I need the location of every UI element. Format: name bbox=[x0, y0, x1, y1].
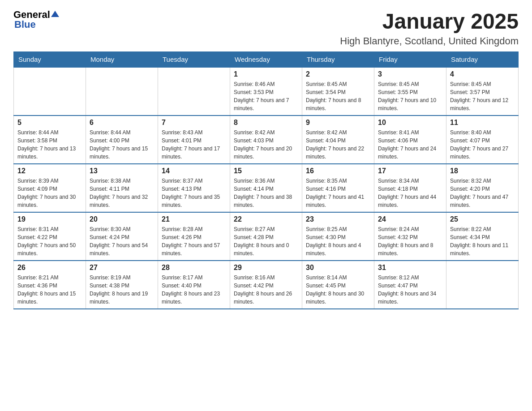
svg-marker-0 bbox=[51, 11, 59, 17]
logo-triangle-icon bbox=[51, 10, 59, 18]
day-info: Sunrise: 8:44 AMSunset: 3:58 PMDaylight:… bbox=[17, 128, 82, 161]
day-number: 30 bbox=[306, 264, 370, 272]
calendar-cell: 20Sunrise: 8:30 AMSunset: 4:24 PMDayligh… bbox=[86, 212, 158, 261]
day-number: 10 bbox=[378, 119, 442, 127]
day-info: Sunrise: 8:14 AMSunset: 4:45 PMDaylight:… bbox=[306, 274, 370, 306]
page-header: General Blue January 2025 High Blantyre,… bbox=[13, 9, 519, 47]
day-info: Sunrise: 8:42 AMSunset: 4:04 PMDaylight:… bbox=[306, 128, 370, 161]
day-info: Sunrise: 8:19 AMSunset: 4:38 PMDaylight:… bbox=[90, 274, 154, 306]
day-info: Sunrise: 8:30 AMSunset: 4:24 PMDaylight:… bbox=[90, 225, 154, 257]
weekday-header-wednesday: Wednesday bbox=[230, 52, 302, 68]
week-row-4: 19Sunrise: 8:31 AMSunset: 4:22 PMDayligh… bbox=[14, 212, 519, 261]
day-number: 17 bbox=[378, 167, 442, 175]
day-number: 21 bbox=[162, 215, 226, 223]
day-info: Sunrise: 8:22 AMSunset: 4:34 PMDaylight:… bbox=[450, 225, 515, 257]
day-info: Sunrise: 8:12 AMSunset: 4:47 PMDaylight:… bbox=[378, 274, 442, 306]
calendar-cell: 18Sunrise: 8:32 AMSunset: 4:20 PMDayligh… bbox=[446, 164, 519, 212]
day-info: Sunrise: 8:21 AMSunset: 4:36 PMDaylight:… bbox=[17, 274, 82, 306]
day-number: 22 bbox=[234, 215, 298, 223]
calendar-cell: 4Sunrise: 8:45 AMSunset: 3:57 PMDaylight… bbox=[446, 67, 519, 116]
day-info: Sunrise: 8:46 AMSunset: 3:53 PMDaylight:… bbox=[234, 80, 298, 112]
calendar-cell: 11Sunrise: 8:40 AMSunset: 4:07 PMDayligh… bbox=[446, 116, 519, 164]
day-info: Sunrise: 8:43 AMSunset: 4:01 PMDaylight:… bbox=[162, 128, 226, 161]
calendar-cell: 2Sunrise: 8:45 AMSunset: 3:54 PMDaylight… bbox=[302, 67, 374, 116]
day-info: Sunrise: 8:28 AMSunset: 4:26 PMDaylight:… bbox=[162, 225, 226, 257]
day-info: Sunrise: 8:27 AMSunset: 4:28 PMDaylight:… bbox=[234, 225, 298, 257]
week-row-3: 12Sunrise: 8:39 AMSunset: 4:09 PMDayligh… bbox=[14, 164, 519, 212]
calendar-cell: 19Sunrise: 8:31 AMSunset: 4:22 PMDayligh… bbox=[14, 212, 86, 261]
day-info: Sunrise: 8:39 AMSunset: 4:09 PMDaylight:… bbox=[17, 177, 82, 209]
calendar-cell: 30Sunrise: 8:14 AMSunset: 4:45 PMDayligh… bbox=[302, 261, 374, 309]
day-number: 6 bbox=[90, 119, 154, 127]
day-number: 19 bbox=[17, 215, 82, 223]
day-number: 7 bbox=[162, 119, 226, 127]
calendar-cell: 23Sunrise: 8:25 AMSunset: 4:30 PMDayligh… bbox=[302, 212, 374, 261]
week-row-2: 5Sunrise: 8:44 AMSunset: 3:58 PMDaylight… bbox=[14, 116, 519, 164]
day-number: 31 bbox=[378, 264, 442, 272]
calendar-subtitle: High Blantyre, Scotland, United Kingdom bbox=[340, 35, 519, 47]
day-number: 1 bbox=[234, 70, 298, 78]
calendar-cell: 9Sunrise: 8:42 AMSunset: 4:04 PMDaylight… bbox=[302, 116, 374, 164]
day-number: 29 bbox=[234, 264, 298, 272]
day-info: Sunrise: 8:35 AMSunset: 4:16 PMDaylight:… bbox=[306, 177, 370, 209]
calendar-cell bbox=[158, 67, 230, 116]
day-info: Sunrise: 8:17 AMSunset: 4:40 PMDaylight:… bbox=[162, 274, 226, 306]
day-number: 4 bbox=[450, 70, 515, 78]
calendar-cell: 8Sunrise: 8:42 AMSunset: 4:03 PMDaylight… bbox=[230, 116, 302, 164]
day-number: 25 bbox=[450, 215, 515, 223]
weekday-header-tuesday: Tuesday bbox=[158, 52, 230, 68]
calendar-cell: 31Sunrise: 8:12 AMSunset: 4:47 PMDayligh… bbox=[374, 261, 446, 309]
weekday-header-sunday: Sunday bbox=[14, 52, 86, 68]
day-number: 18 bbox=[450, 167, 515, 175]
day-info: Sunrise: 8:24 AMSunset: 4:32 PMDaylight:… bbox=[378, 225, 442, 257]
day-number: 5 bbox=[17, 119, 82, 127]
calendar-cell: 13Sunrise: 8:38 AMSunset: 4:11 PMDayligh… bbox=[86, 164, 158, 212]
day-number: 13 bbox=[90, 167, 154, 175]
week-row-5: 26Sunrise: 8:21 AMSunset: 4:36 PMDayligh… bbox=[14, 261, 519, 309]
day-number: 16 bbox=[306, 167, 370, 175]
calendar-cell: 22Sunrise: 8:27 AMSunset: 4:28 PMDayligh… bbox=[230, 212, 302, 261]
weekday-header-thursday: Thursday bbox=[302, 52, 374, 68]
calendar-cell: 14Sunrise: 8:37 AMSunset: 4:13 PMDayligh… bbox=[158, 164, 230, 212]
day-number: 28 bbox=[162, 264, 226, 272]
day-number: 23 bbox=[306, 215, 370, 223]
day-number: 26 bbox=[17, 264, 82, 272]
calendar-cell: 24Sunrise: 8:24 AMSunset: 4:32 PMDayligh… bbox=[374, 212, 446, 261]
logo-blue-text: Blue bbox=[14, 19, 36, 30]
day-number: 11 bbox=[450, 119, 515, 127]
calendar-title: January 2025 bbox=[340, 9, 519, 34]
day-info: Sunrise: 8:44 AMSunset: 4:00 PMDaylight:… bbox=[90, 128, 154, 161]
day-number: 27 bbox=[90, 264, 154, 272]
day-info: Sunrise: 8:31 AMSunset: 4:22 PMDaylight:… bbox=[17, 225, 82, 257]
calendar-cell: 7Sunrise: 8:43 AMSunset: 4:01 PMDaylight… bbox=[158, 116, 230, 164]
day-info: Sunrise: 8:32 AMSunset: 4:20 PMDaylight:… bbox=[450, 177, 515, 209]
calendar-cell: 6Sunrise: 8:44 AMSunset: 4:00 PMDaylight… bbox=[86, 116, 158, 164]
day-info: Sunrise: 8:45 AMSunset: 3:57 PMDaylight:… bbox=[450, 80, 515, 112]
calendar-cell: 3Sunrise: 8:45 AMSunset: 3:55 PMDaylight… bbox=[374, 67, 446, 116]
calendar-cell: 16Sunrise: 8:35 AMSunset: 4:16 PMDayligh… bbox=[302, 164, 374, 212]
day-info: Sunrise: 8:16 AMSunset: 4:42 PMDaylight:… bbox=[234, 274, 298, 306]
day-number: 3 bbox=[378, 70, 442, 78]
calendar-cell: 27Sunrise: 8:19 AMSunset: 4:38 PMDayligh… bbox=[86, 261, 158, 309]
day-number: 15 bbox=[234, 167, 298, 175]
logo: General Blue bbox=[13, 9, 59, 30]
day-number: 20 bbox=[90, 215, 154, 223]
day-number: 2 bbox=[306, 70, 370, 78]
calendar-cell bbox=[86, 67, 158, 116]
calendar-cell: 21Sunrise: 8:28 AMSunset: 4:26 PMDayligh… bbox=[158, 212, 230, 261]
calendar-cell: 1Sunrise: 8:46 AMSunset: 3:53 PMDaylight… bbox=[230, 67, 302, 116]
calendar-cell: 28Sunrise: 8:17 AMSunset: 4:40 PMDayligh… bbox=[158, 261, 230, 309]
calendar-cell: 29Sunrise: 8:16 AMSunset: 4:42 PMDayligh… bbox=[230, 261, 302, 309]
weekday-header-friday: Friday bbox=[374, 52, 446, 68]
day-info: Sunrise: 8:40 AMSunset: 4:07 PMDaylight:… bbox=[450, 128, 515, 161]
day-number: 12 bbox=[17, 167, 82, 175]
day-info: Sunrise: 8:45 AMSunset: 3:54 PMDaylight:… bbox=[306, 80, 370, 112]
day-info: Sunrise: 8:38 AMSunset: 4:11 PMDaylight:… bbox=[90, 177, 154, 209]
day-info: Sunrise: 8:41 AMSunset: 4:06 PMDaylight:… bbox=[378, 128, 442, 161]
week-row-1: 1Sunrise: 8:46 AMSunset: 3:53 PMDaylight… bbox=[14, 67, 519, 116]
calendar-cell bbox=[446, 261, 519, 309]
calendar-cell: 17Sunrise: 8:34 AMSunset: 4:18 PMDayligh… bbox=[374, 164, 446, 212]
title-area: January 2025 High Blantyre, Scotland, Un… bbox=[340, 9, 519, 47]
calendar-cell: 15Sunrise: 8:36 AMSunset: 4:14 PMDayligh… bbox=[230, 164, 302, 212]
day-number: 14 bbox=[162, 167, 226, 175]
